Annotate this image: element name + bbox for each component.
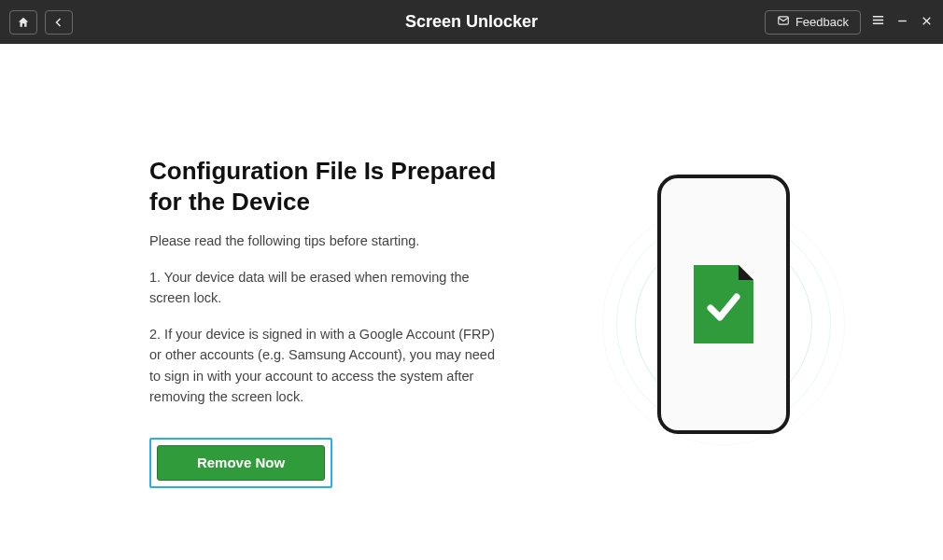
hamburger-icon [871,13,885,31]
titlebar-left [9,10,73,35]
page-subtext: Please read the following tips before st… [149,233,504,248]
app-title: Screen Unlocker [405,12,538,32]
mail-icon [777,14,790,30]
close-button[interactable] [919,15,934,30]
titlebar-right: Feedback [765,10,934,35]
content-area: Configuration File Is Prepared for the D… [0,44,943,560]
phone-illustration [657,175,790,434]
chevron-left-icon [53,17,64,28]
back-button[interactable] [45,10,73,35]
document-check-icon [694,265,753,343]
minimize-button[interactable] [894,15,909,30]
titlebar: Screen Unlocker Feedback [0,0,943,44]
home-icon [17,16,30,29]
right-pane [560,156,887,560]
feedback-button[interactable]: Feedback [765,10,861,35]
close-icon [921,14,933,31]
feedback-label: Feedback [795,15,849,29]
minimize-icon [896,14,908,31]
remove-now-button[interactable]: Remove Now [157,445,325,481]
tip-2: 2. If your device is signed in with a Go… [149,324,504,408]
left-pane: Configuration File Is Prepared for the D… [149,156,504,560]
home-button[interactable] [9,10,37,35]
menu-button[interactable] [870,15,885,30]
svg-marker-8 [739,265,753,280]
page-heading: Configuration File Is Prepared for the D… [149,156,504,217]
remove-highlight-box: Remove Now [149,438,332,488]
tip-1: 1. Your device data will be erased when … [149,267,504,309]
